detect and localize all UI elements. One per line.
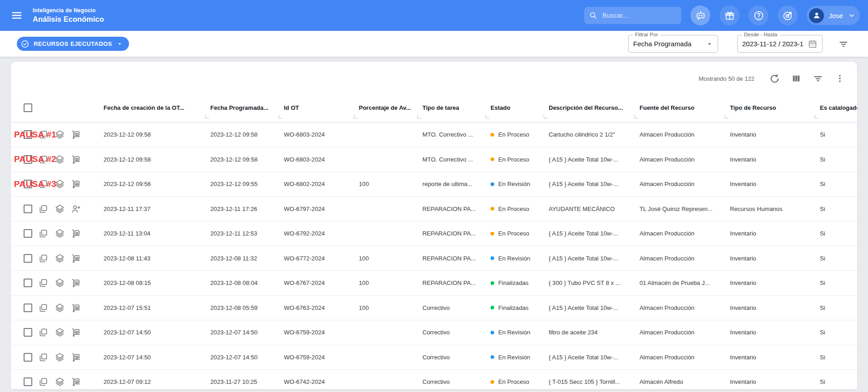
column-header-6[interactable]: Estado [491,93,549,122]
trolley-icon[interactable] [71,327,81,338]
copy-icon[interactable] [38,253,49,264]
table-row[interactable]: 2023-12-07 14:502023-12-07 14:50WO-6759-… [11,345,857,370]
resource-description-cell: { T-015 Secc 105 } Tornill... [549,378,640,385]
column-header-9[interactable]: Tipo de Recurso [730,93,820,122]
table-row[interactable]: 2023-12-08 08:152023-12-08 08:04WO-6767-… [11,271,857,296]
status-label: En Proceso [498,378,529,385]
layers-icon[interactable] [55,179,65,189]
layers-icon[interactable] [55,204,65,214]
chatbot-button[interactable] [690,5,710,25]
column-header-8[interactable]: Fuente del Recurso [640,93,730,122]
caret-down-icon [116,40,123,47]
table-row[interactable]: PAUSA #32023-12-12 09:562023-12-12 09:55… [11,172,857,197]
row-checkbox[interactable] [24,130,32,139]
copy-icon[interactable] [38,154,49,165]
row-checkbox[interactable] [24,229,32,238]
calendar-icon[interactable] [808,39,818,49]
row-actions-cell [11,370,104,389]
copy-icon[interactable] [38,303,49,313]
goals-button[interactable] [778,5,798,25]
menu-button[interactable] [7,6,26,25]
layers-icon[interactable] [55,327,65,338]
is-cataloged-cell: Si [820,206,857,212]
layers-icon[interactable] [55,352,65,363]
trolley-icon[interactable] [71,228,81,239]
rewards-button[interactable] [719,5,739,25]
row-checkbox[interactable] [24,304,32,312]
copy-icon[interactable] [38,377,49,387]
trolley-icon[interactable] [71,253,81,264]
table-row[interactable]: 2023-12-11 13:042023-12-11 12:53WO-6792-… [11,221,857,246]
resource-source-cell: Almacen Producción [640,230,730,237]
table-row[interactable]: PAUSA #12023-12-12 09:582023-12-12 09:58… [11,122,857,147]
row-checkbox[interactable] [24,328,32,337]
table-row[interactable]: 2023-12-07 09:122023-11-27 10:25WO-6742-… [11,370,857,389]
help-button[interactable] [749,5,769,25]
row-checkbox[interactable] [24,180,32,188]
trolley-icon[interactable] [71,129,81,140]
trolley-icon[interactable] [71,303,81,313]
trolley-icon[interactable] [71,278,81,288]
resources-executed-button[interactable]: RECURSOS EJECUTADOS [17,37,129,51]
row-checkbox[interactable] [24,205,32,213]
date-range-field[interactable]: Desde - Hasta 2023-11-12 / 2023-12-12 [737,35,823,53]
table-row[interactable]: 2023-12-07 15:512023-12-08 05:59WO-6763-… [11,296,857,321]
table-row[interactable]: PAUSA #22023-12-12 09:582023-12-12 09:58… [11,147,857,172]
copy-icon[interactable] [38,352,49,363]
row-checkbox[interactable] [24,155,32,164]
layers-icon[interactable] [55,303,65,313]
row-checkbox[interactable] [24,254,32,263]
goal-icon [782,10,794,21]
more-options-button[interactable] [831,69,849,88]
resource-type-cell: Inventario [730,378,820,385]
filter-by-select[interactable]: Filtrar Por Fecha Programada [628,35,718,53]
column-header-2[interactable]: Fecha Programada... [210,93,284,122]
table-row[interactable]: 2023-12-11 17:372023-12-11 17:26WO-6797-… [11,197,857,222]
person-add-icon[interactable] [71,204,81,214]
status-dot [491,380,494,384]
copy-icon[interactable] [38,179,49,189]
search-input[interactable] [601,11,673,20]
status-dot [491,182,494,186]
column-header-7[interactable]: Descripción del Recurso... [549,93,640,122]
column-header-4[interactable]: Porcentaje de Av... [359,93,422,122]
column-header-1[interactable]: Fecha de creación de la OT... [104,93,210,122]
table-row[interactable]: 2023-12-08 11:432023-12-08 11:32WO-6772-… [11,246,857,271]
row-checkbox[interactable] [24,377,32,386]
layers-icon[interactable] [55,253,65,264]
scheduled-date-cell: 2023-12-12 09:58 [210,131,284,138]
copy-icon[interactable] [38,204,49,214]
column-header-5[interactable]: Tipo de tarea [422,93,491,122]
creation-date-cell: 2023-12-11 17:37 [104,206,210,212]
layers-icon[interactable] [55,278,65,288]
layers-icon[interactable] [55,377,65,387]
select-all-checkbox[interactable] [24,103,32,112]
copy-icon[interactable] [38,228,49,239]
user-menu[interactable]: Jose [807,6,860,25]
search-box[interactable] [584,7,681,24]
creation-date-cell: 2023-12-08 11:43 [104,255,210,262]
columns-button[interactable] [787,69,805,88]
progress-cell: 100 [359,304,422,311]
refresh-button[interactable] [765,69,784,88]
ot-id-cell: WO-6797-2024 [284,206,359,212]
filters-toggle-button[interactable] [834,35,853,53]
row-checkbox[interactable] [24,353,32,362]
column-header-10[interactable]: Es catalogado [820,93,857,122]
table-filter-button[interactable] [809,69,827,88]
layers-icon[interactable] [55,154,65,165]
trolley-icon[interactable] [71,179,81,189]
trolley-icon[interactable] [71,154,81,165]
layers-icon[interactable] [55,228,65,239]
copy-icon[interactable] [38,278,49,288]
column-header-3[interactable]: Id OT [284,93,359,122]
copy-icon[interactable] [38,327,49,338]
trolley-icon[interactable] [71,377,81,387]
layers-icon[interactable] [55,129,65,140]
row-actions-cell [11,345,104,370]
copy-icon[interactable] [38,129,49,140]
trolley-icon[interactable] [71,352,81,363]
table-row[interactable]: 2023-12-07 14:502023-12-07 14:50WO-6759-… [11,320,857,345]
row-checkbox[interactable] [24,279,32,287]
resource-type-cell: Inventario [730,181,820,187]
